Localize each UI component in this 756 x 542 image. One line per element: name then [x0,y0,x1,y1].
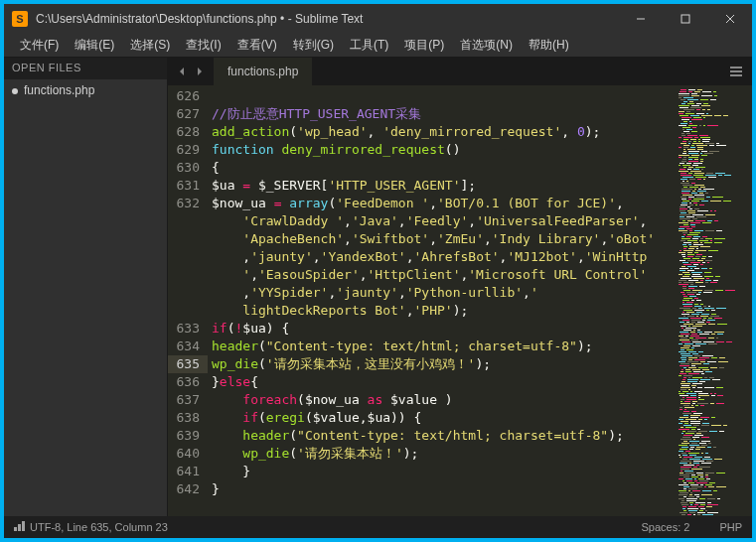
code-area[interactable]: 626627628629630631632 633634635636637638… [168,85,752,516]
gutter: 626627628629630631632 633634635636637638… [168,85,208,516]
minimize-button[interactable] [618,4,663,34]
svg-rect-1 [681,15,689,23]
open-file-item[interactable]: functions.php [4,79,167,101]
code-content[interactable]: //防止恶意HTTP_USER_AGENT采集add_action('wp_he… [208,85,673,516]
dirty-indicator-icon [12,88,18,94]
maximize-button[interactable] [663,4,707,34]
menubar: 文件(F)编辑(E)选择(S)查找(I)查看(V)转到(G)工具(T)项目(P)… [4,34,752,58]
menu-item[interactable]: 文件(F) [12,37,67,54]
tab-menu-button[interactable] [720,63,752,80]
menu-item[interactable]: 转到(G) [285,37,342,54]
menu-item[interactable]: 工具(T) [342,37,396,54]
statusbar: UTF-8, Line 635, Column 23 Spaces: 2 PHP [4,516,752,538]
tab-nav [168,64,214,79]
tab-functions[interactable]: functions.php [214,58,313,85]
svg-rect-6 [730,74,742,76]
menu-item[interactable]: 首选项(N) [452,37,521,54]
menu-item[interactable]: 项目(P) [396,37,452,54]
window-title: C:\Users\Administrator\Desktop\functions… [36,12,618,26]
stats-icon [14,521,26,533]
svg-rect-4 [730,67,742,68]
svg-rect-9 [22,521,25,531]
svg-rect-8 [18,524,21,531]
titlebar: S C:\Users\Administrator\Desktop\functio… [4,4,752,34]
tab-next-button[interactable] [192,64,208,79]
svg-rect-7 [14,527,17,531]
tabbar: functions.php [168,58,752,85]
menu-item[interactable]: 编辑(E) [67,37,122,54]
editor-area: functions.php 626627628629630631632 6336… [168,58,752,516]
status-spaces[interactable]: Spaces: 2 [641,521,689,533]
status-position: UTF-8, Line 635, Column 23 [30,521,168,533]
menu-item[interactable]: 查看(V) [229,37,285,54]
status-language[interactable]: PHP [719,521,742,533]
app-icon: S [12,11,28,27]
sidebar: OPEN FILES functions.php [4,58,168,516]
minimap[interactable] [673,85,752,516]
menu-item[interactable]: 帮助(H) [521,37,577,54]
main-area: OPEN FILES functions.php functions.php 6… [4,58,752,516]
menu-item[interactable]: 查找(I) [178,37,228,54]
tab-prev-button[interactable] [174,64,190,79]
app-window: S C:\Users\Administrator\Desktop\functio… [4,4,752,538]
menu-item[interactable]: 选择(S) [122,37,178,54]
window-controls [618,4,752,34]
close-button[interactable] [707,4,752,34]
status-left[interactable]: UTF-8, Line 635, Column 23 [14,521,641,533]
sidebar-header: OPEN FILES [4,58,167,79]
svg-rect-5 [730,70,742,72]
